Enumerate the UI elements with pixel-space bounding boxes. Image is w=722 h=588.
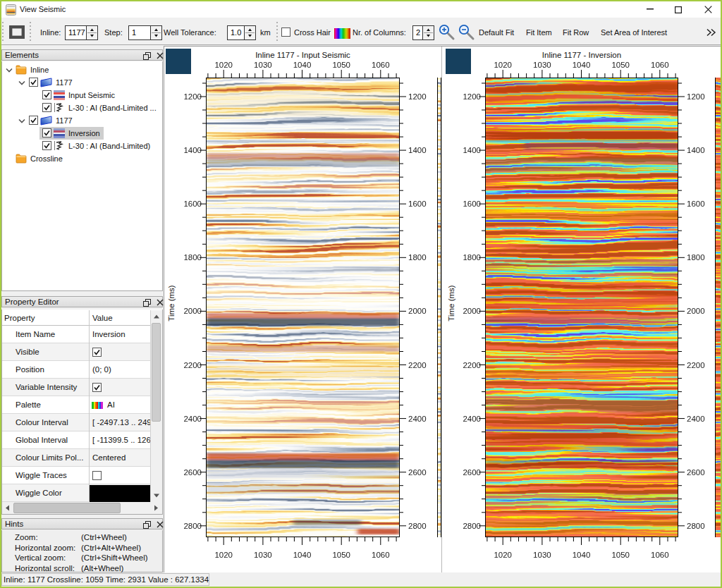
svg-text:1400: 1400 [408, 146, 427, 154]
svg-text:1800: 1800 [463, 253, 481, 262]
svg-text:1020: 1020 [214, 61, 233, 69]
svg-text:2400: 2400 [183, 415, 202, 423]
svg-text:2200: 2200 [183, 361, 202, 369]
svg-text:2600: 2600 [183, 468, 202, 477]
svg-text:1020: 1020 [494, 551, 512, 559]
svg-text:1200: 1200 [687, 92, 705, 101]
svg-text:2400: 2400 [463, 415, 481, 423]
svg-text:1600: 1600 [408, 200, 427, 208]
svg-text:1020: 1020 [214, 551, 233, 559]
svg-text:1050: 1050 [611, 551, 630, 559]
svg-text:1200: 1200 [463, 92, 481, 101]
svg-text:2800: 2800 [183, 522, 202, 530]
svg-text:1030: 1030 [533, 551, 551, 559]
svg-text:2000: 2000 [183, 307, 202, 315]
svg-text:1800: 1800 [408, 253, 427, 262]
svg-text:2600: 2600 [408, 468, 427, 477]
svg-text:2200: 2200 [408, 361, 427, 369]
svg-text:1020: 1020 [494, 61, 512, 69]
svg-text:1040: 1040 [293, 551, 312, 559]
svg-text:1600: 1600 [687, 200, 705, 208]
svg-text:1040: 1040 [293, 61, 312, 69]
svg-text:1800: 1800 [687, 253, 705, 262]
svg-text:2200: 2200 [463, 361, 481, 369]
svg-text:1040: 1040 [573, 551, 591, 559]
svg-text:2000: 2000 [463, 307, 481, 315]
svg-text:2800: 2800 [408, 522, 427, 530]
svg-text:1060: 1060 [651, 551, 669, 559]
svg-text:2400: 2400 [687, 415, 705, 423]
svg-text:2800: 2800 [687, 522, 705, 530]
svg-text:2200: 2200 [687, 361, 705, 369]
svg-text:Time (ms): Time (ms) [167, 285, 176, 321]
svg-text:1030: 1030 [254, 61, 272, 69]
svg-text:1060: 1060 [372, 61, 390, 69]
svg-text:2400: 2400 [408, 415, 427, 423]
svg-text:Inline 1177 - Input Seismic: Inline 1177 - Input Seismic [255, 51, 350, 59]
svg-text:1200: 1200 [408, 92, 427, 101]
svg-text:1400: 1400 [687, 146, 705, 154]
svg-text:1060: 1060 [651, 61, 669, 69]
svg-text:1200: 1200 [183, 92, 202, 101]
svg-text:2800: 2800 [463, 522, 481, 530]
svg-text:Inline 1177 - Inversion: Inline 1177 - Inversion [542, 51, 621, 59]
svg-text:1400: 1400 [183, 146, 202, 154]
svg-text:1050: 1050 [611, 61, 630, 69]
svg-text:2600: 2600 [463, 468, 481, 477]
svg-text:2000: 2000 [687, 307, 705, 315]
svg-text:1600: 1600 [463, 200, 481, 208]
svg-text:1040: 1040 [573, 61, 591, 69]
svg-text:1050: 1050 [332, 61, 350, 69]
svg-text:1030: 1030 [254, 551, 272, 559]
svg-text:1800: 1800 [183, 253, 202, 262]
svg-text:Time (ms): Time (ms) [447, 285, 455, 321]
svg-text:1030: 1030 [533, 61, 551, 69]
svg-text:1050: 1050 [332, 551, 350, 559]
svg-text:1600: 1600 [183, 200, 202, 208]
svg-text:2600: 2600 [687, 468, 705, 477]
svg-text:2000: 2000 [408, 307, 427, 315]
svg-text:1400: 1400 [463, 146, 481, 154]
svg-text:1060: 1060 [372, 551, 390, 559]
